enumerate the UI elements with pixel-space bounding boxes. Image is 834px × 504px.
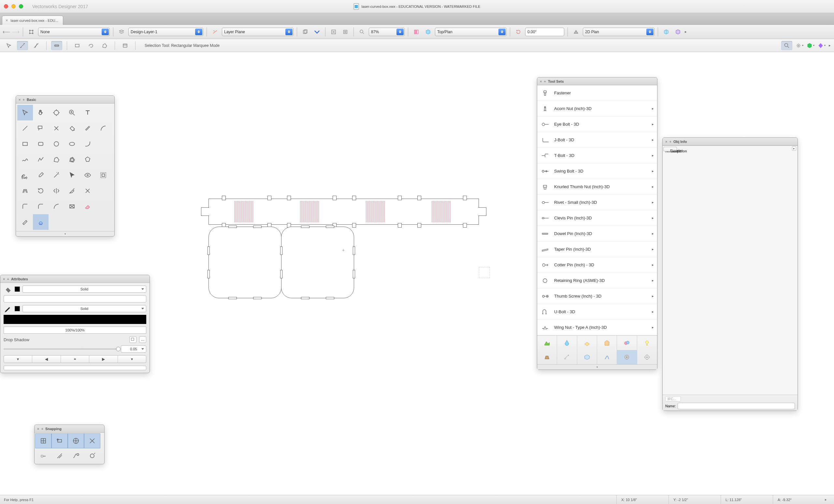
- palette-close-icon[interactable]: ×: [19, 98, 21, 101]
- basic-tools-palette[interactable]: × + Basic: [16, 95, 115, 237]
- drop-shadow-more-button[interactable]: ...: [139, 336, 146, 343]
- render-mode-icon[interactable]: [571, 28, 581, 36]
- plugin-diamond-icon[interactable]: [818, 42, 826, 49]
- marquee-lasso-button[interactable]: [85, 41, 96, 50]
- ellipse-tool[interactable]: [64, 136, 80, 152]
- site-tools-icon[interactable]: [537, 336, 557, 350]
- plugin-box-icon[interactable]: [807, 42, 814, 49]
- freehand-tool[interactable]: [17, 152, 33, 167]
- clip-cube-button[interactable]: [661, 28, 671, 36]
- status-overflow-icon[interactable]: ▸: [821, 498, 830, 502]
- palette-close-icon[interactable]: ×: [540, 79, 542, 83]
- fill-icon[interactable]: [4, 285, 12, 293]
- attribute-mapping-tool[interactable]: [64, 199, 80, 214]
- layer-options-button[interactable]: [117, 28, 126, 36]
- zoom-window-button[interactable]: [19, 4, 23, 8]
- toolset-item[interactable]: Fastener: [537, 85, 657, 101]
- mode-single-select[interactable]: [3, 41, 14, 50]
- palette-close-icon[interactable]: ×: [3, 277, 5, 281]
- toolset-item[interactable]: Acorn Nut (inch)-3D: [537, 101, 657, 117]
- fastener-tools-icon[interactable]: [617, 350, 637, 364]
- opacity-display[interactable]: 100%/100%: [4, 326, 146, 334]
- knife-tool[interactable]: [64, 183, 80, 199]
- class-select[interactable]: None: [38, 28, 110, 36]
- connect-tool[interactable]: [48, 199, 64, 214]
- reshape-tool[interactable]: [64, 167, 80, 183]
- fill-color-swatch[interactable]: [15, 287, 20, 292]
- regular-polygon-tool[interactable]: [80, 152, 95, 167]
- selection-tool[interactable]: [17, 105, 33, 120]
- ifc-button[interactable]: IFC...: [665, 396, 681, 402]
- machine-tools-icon[interactable]: [637, 350, 657, 364]
- nav-back-button[interactable]: ⟵: [3, 29, 10, 35]
- eraser-tool[interactable]: [80, 199, 95, 214]
- close-window-button[interactable]: [4, 4, 8, 8]
- building-tools-icon[interactable]: [597, 336, 617, 350]
- space-tools-icon[interactable]: [577, 336, 597, 350]
- zoom-select[interactable]: 87%: [369, 28, 404, 36]
- rotate-tool[interactable]: [33, 183, 48, 199]
- paint-bucket-tool[interactable]: [64, 120, 80, 136]
- toolset-item[interactable]: U-Bolt - 3D: [537, 304, 657, 320]
- zoom-icon[interactable]: [357, 28, 367, 36]
- eyedropper-tool[interactable]: [33, 167, 48, 183]
- rotate-icon[interactable]: [513, 28, 523, 36]
- toolset-item[interactable]: Thumb Screw (Inch) - 3D: [537, 289, 657, 304]
- symbol-insertion-tool[interactable]: [33, 214, 48, 230]
- objinfo-name-input[interactable]: [678, 403, 795, 409]
- marker-link-button[interactable]: ⚭: [61, 356, 89, 363]
- pen-style-select[interactable]: Solid: [22, 305, 146, 312]
- tape-measure-tool[interactable]: [17, 214, 33, 230]
- palette-collapse-icon[interactable]: +: [41, 427, 43, 431]
- palette-collapse-icon[interactable]: +: [22, 98, 24, 101]
- fill-style-select[interactable]: Solid: [22, 285, 146, 293]
- toolset-item[interactable]: Eye Bolt - 3D: [537, 117, 657, 132]
- toolset-item[interactable]: Clevis Pin (Inch)-3D: [537, 210, 657, 226]
- attributes-palette[interactable]: × + Attributes Solid Solid 100%/100% Dro…: [0, 275, 150, 373]
- magic-wand-tool[interactable]: [48, 167, 64, 183]
- quick-search-icon[interactable]: [781, 41, 792, 50]
- document-tab[interactable]: × laser-curved-box.vwx - EDU...: [2, 16, 63, 25]
- pen-color-swatch[interactable]: [15, 306, 20, 311]
- tool-sets-palette[interactable]: × + Tool Sets FastenerAcorn Nut (inch)-3…: [537, 77, 657, 370]
- saved-views-button[interactable]: [300, 28, 310, 36]
- double-line-tool[interactable]: [80, 120, 95, 136]
- fill-preview[interactable]: [4, 295, 146, 302]
- furniture-tools-icon[interactable]: [537, 350, 557, 364]
- arc-tool[interactable]: [95, 120, 111, 136]
- rounded-rect-tool[interactable]: [33, 136, 48, 152]
- objinfo-tab-render[interactable]: Render: [663, 147, 677, 152]
- line-tool[interactable]: [17, 120, 33, 136]
- toolset-item[interactable]: Cotter Pin (Inch) - 3D: [537, 257, 657, 273]
- snapping-palette[interactable]: × + Snapping: [34, 425, 105, 464]
- start-marker-drop[interactable]: ▾: [4, 356, 32, 363]
- toolset-item[interactable]: Dowel Pin (Inch)-3D: [537, 226, 657, 242]
- snap-to-edge[interactable]: [51, 448, 68, 463]
- fit-objects-button[interactable]: [341, 28, 350, 36]
- snap-smart-points[interactable]: [35, 448, 51, 463]
- clip-tool[interactable]: [95, 167, 111, 183]
- layer-select[interactable]: Design-Layer-1: [128, 28, 203, 36]
- rotate-angle-field[interactable]: 0.00°: [525, 28, 564, 36]
- mode-interactive-scaling[interactable]: [17, 41, 28, 50]
- pan-tool[interactable]: [33, 105, 48, 120]
- marquee-rect-button[interactable]: [72, 41, 83, 50]
- mirror-tool[interactable]: [48, 183, 64, 199]
- walls-icon[interactable]: [597, 350, 617, 364]
- palette-close-icon[interactable]: ×: [37, 427, 39, 431]
- pen-icon[interactable]: [4, 305, 12, 312]
- palette-close-icon[interactable]: ×: [665, 140, 667, 143]
- palette-collapse-icon[interactable]: +: [669, 140, 671, 143]
- toolset-item[interactable]: Rivet - Small (Inch)-3D: [537, 195, 657, 210]
- water-tools-icon[interactable]: [557, 336, 577, 350]
- spiral-tool[interactable]: [17, 167, 33, 183]
- visualization-icon[interactable]: [617, 336, 637, 350]
- light-tools-icon[interactable]: [637, 336, 657, 350]
- toolset-item[interactable]: J-Bolt - 3D: [537, 132, 657, 148]
- drop-shadow-toggle[interactable]: [129, 336, 136, 343]
- split-tool[interactable]: [80, 183, 95, 199]
- fillet-tool[interactable]: [17, 199, 33, 214]
- minimize-window-button[interactable]: [12, 4, 16, 8]
- palette-resize-grip[interactable]: [537, 364, 657, 369]
- toolset-item[interactable]: Retaining Ring (ASME)-3D: [537, 273, 657, 289]
